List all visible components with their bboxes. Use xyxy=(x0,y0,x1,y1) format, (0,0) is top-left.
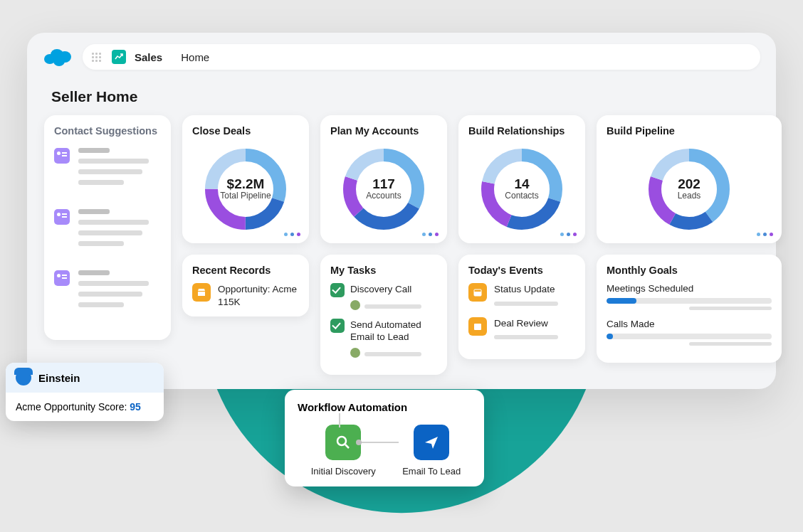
contact-suggestions-card: Contact Suggestions xyxy=(44,115,171,340)
checkbox-checked-icon[interactable] xyxy=(330,319,345,333)
my-tasks-title: My Tasks xyxy=(330,265,437,276)
workflow-title: Workflow Automation xyxy=(298,401,474,413)
metric-card-relationships[interactable]: Build Relationships 14Contacts xyxy=(458,115,585,243)
workflow-automation-panel[interactable]: Workflow Automation Initial Discovery Em… xyxy=(285,390,484,486)
einstein-body: Acme Opportunity Score: 95 xyxy=(6,393,164,421)
sales-app-icon xyxy=(112,50,126,64)
einstein-score-text: Acme Opportunity Score: xyxy=(16,401,130,413)
workflow-node-discovery[interactable]: Initial Discovery xyxy=(311,425,376,477)
task-label: Send Automated Email to Lead xyxy=(350,319,437,344)
donut-chart: 14Contacts xyxy=(468,144,575,235)
metric-title: Build Pipeline xyxy=(607,125,772,137)
task-item[interactable]: Discovery Call xyxy=(330,283,437,312)
svg-point-3 xyxy=(53,56,65,66)
nav-home[interactable]: Home xyxy=(181,51,209,63)
metric-title: Close Deals xyxy=(192,125,299,137)
task-item[interactable]: Send Automated Email to Lead xyxy=(330,319,437,359)
metric-card-pipeline[interactable]: Build Pipeline 202Leads xyxy=(597,115,782,243)
app-launcher-icon[interactable] xyxy=(90,50,103,64)
workflow-node-label: Email To Lead xyxy=(402,466,461,477)
avatar-icon xyxy=(350,300,360,310)
contact-card-icon xyxy=(54,209,70,225)
my-tasks-card: My Tasks Discovery Call Send Automated E… xyxy=(320,255,447,375)
contact-suggestions-title: Contact Suggestions xyxy=(54,125,161,137)
goal-item: Meetings Scheduled xyxy=(607,283,772,310)
metric-value: $2.2M xyxy=(220,177,271,191)
checkbox-checked-icon[interactable] xyxy=(330,283,345,297)
metric-title: Build Relationships xyxy=(468,125,575,137)
metric-value: 14 xyxy=(505,177,538,191)
svg-rect-23 xyxy=(474,324,481,330)
monthly-goals-card: Monthly Goals Meetings Scheduled Calls M… xyxy=(597,255,782,363)
recent-records-card: Recent Records Opportunity: Acme 115K xyxy=(182,255,309,316)
opportunity-icon xyxy=(192,283,211,302)
page-title: Seller Home xyxy=(27,78,776,115)
metric-sublabel: Total Pipeline xyxy=(220,191,271,201)
event-item[interactable]: Status Update xyxy=(468,283,575,309)
progress-bar xyxy=(607,334,772,339)
svg-line-25 xyxy=(345,445,349,448)
event-label: Status Update xyxy=(494,283,575,296)
nav-pill: Sales Home xyxy=(83,44,760,70)
send-icon xyxy=(414,425,449,460)
monthly-goals-title: Monthly Goals xyxy=(607,265,772,276)
workflow-connector-icon xyxy=(359,442,399,443)
goal-label: Meetings Scheduled xyxy=(607,283,772,294)
recent-records-title: Recent Records xyxy=(192,265,299,276)
task-label: Discovery Call xyxy=(350,283,437,296)
metric-sublabel: Leads xyxy=(678,191,701,201)
todays-events-title: Today's Events xyxy=(468,265,575,276)
app-window: Sales Home Seller Home Close Deals $2.2M… xyxy=(27,33,776,389)
topbar: Sales Home xyxy=(27,33,776,78)
pager-dots[interactable] xyxy=(422,233,439,236)
calendar-icon xyxy=(468,317,487,336)
einstein-score-value: 95 xyxy=(130,401,141,413)
einstein-panel[interactable]: Einstein Acme Opportunity Score: 95 xyxy=(6,363,164,421)
contact-card-icon xyxy=(54,148,70,164)
suggestion-item[interactable] xyxy=(54,148,161,191)
salesforce-logo-icon xyxy=(43,46,73,68)
recent-record-label: Opportunity: Acme 115K xyxy=(218,283,299,308)
donut-chart: 202Leads xyxy=(607,144,772,235)
calendar-icon xyxy=(468,283,487,302)
goal-label: Calls Made xyxy=(607,319,772,329)
contact-card-icon xyxy=(54,270,70,286)
suggestion-item[interactable] xyxy=(54,209,161,252)
app-name[interactable]: Sales xyxy=(135,51,162,63)
pager-dots[interactable] xyxy=(560,233,577,236)
todays-events-card: Today's Events Status Update Deal Review xyxy=(458,255,585,359)
goal-item: Calls Made xyxy=(607,319,772,346)
svg-point-24 xyxy=(337,437,346,445)
pager-dots[interactable] xyxy=(757,233,773,236)
metric-value: 117 xyxy=(366,177,401,191)
progress-bar xyxy=(607,298,772,304)
donut-chart: $2.2MTotal Pipeline xyxy=(192,144,299,235)
einstein-title: Einstein xyxy=(38,372,80,384)
metric-sublabel: Accounts xyxy=(366,191,401,201)
pager-dots[interactable] xyxy=(284,233,300,236)
recent-record-item[interactable]: Opportunity: Acme 115K xyxy=(192,283,299,308)
event-item[interactable]: Deal Review xyxy=(468,317,575,343)
workflow-connector-icon xyxy=(339,413,340,427)
metric-card-close-deals[interactable]: Close Deals $2.2MTotal Pipeline xyxy=(182,115,309,243)
einstein-icon xyxy=(16,370,31,385)
suggestion-item[interactable] xyxy=(54,270,161,313)
workflow-node-label: Initial Discovery xyxy=(311,466,376,477)
workflow-node-email[interactable]: Email To Lead xyxy=(402,425,461,477)
dashboard-grid: Close Deals $2.2MTotal Pipeline Plan My … xyxy=(27,115,776,375)
avatar-icon xyxy=(350,348,360,358)
einstein-header: Einstein xyxy=(6,363,164,393)
metric-card-plan-accounts[interactable]: Plan My Accounts 117Accounts xyxy=(320,115,447,243)
metric-sublabel: Contacts xyxy=(505,191,538,201)
donut-chart: 117Accounts xyxy=(330,144,437,235)
metric-title: Plan My Accounts xyxy=(330,125,437,137)
metric-value: 202 xyxy=(678,177,701,191)
event-label: Deal Review xyxy=(494,317,575,330)
